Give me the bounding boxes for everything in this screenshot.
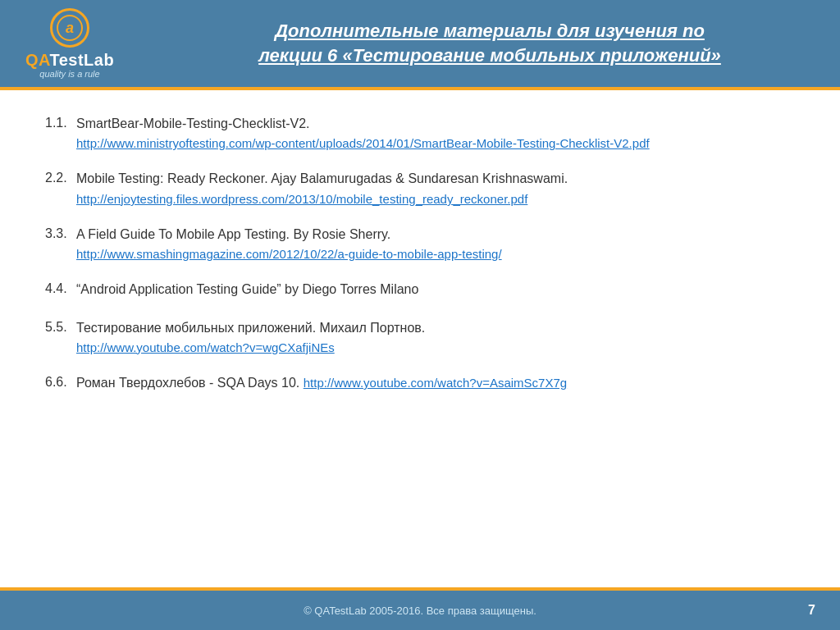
list-item: 1. SmartBear-Mobile-Testing-Checklist-V2… xyxy=(45,115,795,152)
logo-tagline: quality is a rule xyxy=(39,69,99,79)
item-content: “Android Application Testing Guide” by D… xyxy=(76,281,795,300)
resource-list: 1. SmartBear-Mobile-Testing-Checklist-V2… xyxy=(45,115,795,392)
footer-page-number: 7 xyxy=(808,603,815,618)
item-content: Роман Твердохлебов - SQA Days 10. http:/… xyxy=(76,374,795,392)
logo-qa: QA xyxy=(25,51,50,69)
logo-letter: a xyxy=(66,20,74,37)
slide: a QATestLab quality is a rule Дополнител… xyxy=(0,0,840,630)
footer: © QATestLab 2005-2016. Все права защищен… xyxy=(0,587,840,630)
item-link[interactable]: http://www.ministryoftesting.com/wp-cont… xyxy=(76,136,650,150)
logo-area: a QATestLab quality is a rule xyxy=(0,0,139,87)
item-title: SmartBear-Mobile-Testing-Checklist-V2. xyxy=(76,115,795,133)
logo-icon: a xyxy=(50,8,89,48)
main-content: 1. SmartBear-Mobile-Testing-Checklist-V2… xyxy=(0,90,840,587)
item-number: 2. xyxy=(45,170,76,185)
item-link[interactable]: http://www.youtube.com/watch?v=wgCXafjiN… xyxy=(76,340,335,354)
item-title: A Field Guide To Mobile App Testing. By … xyxy=(76,226,795,244)
item-number: 4. xyxy=(45,281,76,296)
slide-title: Дополнительные материалы для изучения по… xyxy=(139,0,840,87)
item-title: Роман Твердохлебов - SQA Days 10. http:/… xyxy=(76,376,567,390)
item-content: Mobile Testing: Ready Reckoner. Ajay Bal… xyxy=(76,170,795,207)
item-title: Тестирование мобильных приложений. Михаи… xyxy=(76,319,795,337)
header: a QATestLab quality is a rule Дополнител… xyxy=(0,0,840,90)
list-item: 5. Тестирование мобильных приложений. Ми… xyxy=(45,319,795,356)
slide-title-text: Дополнительные материалы для изучения по… xyxy=(258,19,721,67)
footer-copyright: © QATestLab 2005-2016. Все права защищен… xyxy=(304,605,536,617)
item-content: Тестирование мобильных приложений. Михаи… xyxy=(76,319,795,356)
item-number: 1. xyxy=(45,115,76,130)
list-item: 3. A Field Guide To Mobile App Testing. … xyxy=(45,226,795,262)
item-link[interactable]: http://www.youtube.com/watch?v=AsaimSc7X… xyxy=(304,376,567,390)
item-content: SmartBear-Mobile-Testing-Checklist-V2. h… xyxy=(76,115,795,152)
list-item: 6. Роман Твердохлебов - SQA Days 10. htt… xyxy=(45,374,795,392)
item-number: 6. xyxy=(45,374,76,390)
item-content: A Field Guide To Mobile App Testing. By … xyxy=(76,226,795,262)
list-item: 2. Mobile Testing: Ready Reckoner. Ajay … xyxy=(45,170,795,207)
item-number: 3. xyxy=(45,226,76,241)
item-link[interactable]: http://enjoytesting.files.wordpress.com/… xyxy=(76,192,527,206)
item-title: Mobile Testing: Ready Reckoner. Ajay Bal… xyxy=(76,170,795,188)
logo-brand-text: QATestLab xyxy=(25,51,114,69)
item-title: “Android Application Testing Guide” by D… xyxy=(76,281,795,299)
item-link[interactable]: http://www.smashingmagazine.com/2012/10/… xyxy=(76,247,502,261)
item-number: 5. xyxy=(45,319,76,335)
list-item: 4. “Android Application Testing Guide” b… xyxy=(45,281,795,300)
